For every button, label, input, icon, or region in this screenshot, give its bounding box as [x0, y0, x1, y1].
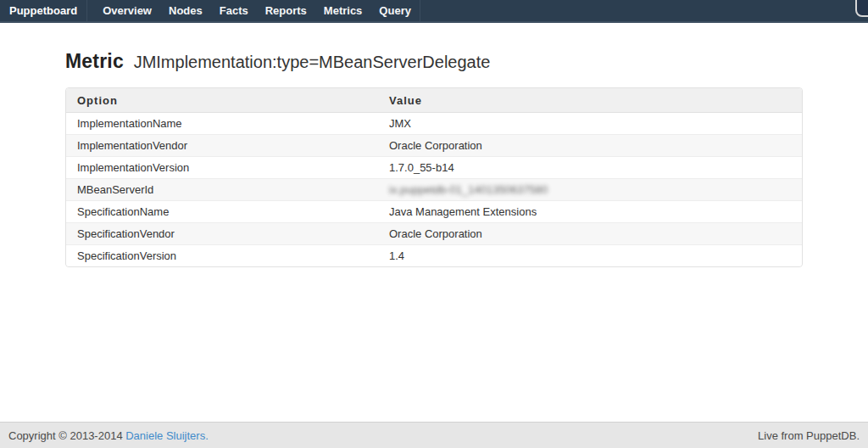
table-row: SpecificationVersion 1.4: [66, 245, 802, 266]
option-cell: SpecificationName: [66, 201, 378, 223]
option-cell: SpecificationVendor: [66, 223, 378, 245]
page-title-main: Metric: [65, 50, 124, 72]
table-row: SpecificationName Java Management Extens…: [66, 201, 802, 223]
navbar-brand[interactable]: Puppetboard: [0, 0, 86, 21]
top-navbar: Puppetboard Overview Nodes Facts Reports…: [0, 0, 868, 23]
value-cell: Java Management Extensions: [378, 201, 802, 223]
footer-status: Live from PuppetDB.: [758, 429, 860, 442]
option-cell: SpecificationVersion: [66, 245, 378, 266]
value-cell: 1.4: [378, 245, 802, 266]
navbar-items: Overview Nodes Facts Reports Metrics Que…: [94, 0, 420, 21]
column-header-option: Option: [66, 88, 378, 113]
option-cell: MBeanServerId: [66, 179, 378, 201]
nav-item-reports[interactable]: Reports: [257, 0, 315, 21]
navbar-divider: [86, 0, 87, 21]
option-cell: ImplementationVersion: [66, 157, 378, 179]
main-content: Metric JMImplementation:type=MBeanServer…: [0, 25, 868, 267]
scroll-indicator[interactable]: [855, 0, 868, 17]
option-cell: ImplementationName: [66, 113, 378, 135]
table-row: SpecificationVendor Oracle Corporation: [66, 223, 802, 245]
nav-item-nodes[interactable]: Nodes: [160, 0, 211, 21]
value-cell: Oracle Corporation: [378, 135, 802, 157]
table-row: ImplementationName JMX: [66, 113, 802, 135]
value-cell-redacted: ix.puppetdb-01_1401350637580: [378, 179, 802, 201]
navbar-divider-end: [420, 0, 420, 21]
table-row: ImplementationVendor Oracle Corporation: [66, 135, 802, 157]
nav-item-metrics[interactable]: Metrics: [315, 0, 371, 21]
nav-item-overview[interactable]: Overview: [94, 0, 160, 21]
table-row: MBeanServerId ix.puppetdb-01_14013506375…: [66, 179, 802, 201]
table-header-row: Option Value: [66, 88, 802, 113]
value-cell: Oracle Corporation: [378, 223, 802, 245]
author-link[interactable]: Daniele Sluijters.: [125, 429, 209, 442]
page-title: Metric JMImplementation:type=MBeanServer…: [65, 49, 803, 73]
redacted-value: ix.puppetdb-01_1401350637580: [389, 183, 548, 196]
nav-item-query[interactable]: Query: [370, 0, 420, 21]
copyright-text: Copyright © 2013-2014: [8, 429, 123, 442]
value-cell: JMX: [378, 113, 802, 135]
option-cell: ImplementationVendor: [66, 135, 378, 157]
table-row: ImplementationVersion 1.7.0_55-b14: [66, 157, 802, 179]
metric-table: Option Value ImplementationName JMX Impl…: [65, 87, 803, 267]
value-cell: 1.7.0_55-b14: [378, 157, 802, 179]
nav-item-facts[interactable]: Facts: [211, 0, 257, 21]
column-header-value: Value: [378, 88, 802, 113]
page-title-metric-name: JMImplementation:type=MBeanServerDelegat…: [134, 53, 491, 71]
page-footer: Copyright © 2013-2014 Daniele Sluijters.…: [0, 422, 868, 448]
footer-copyright: Copyright © 2013-2014 Daniele Sluijters.: [8, 429, 209, 442]
